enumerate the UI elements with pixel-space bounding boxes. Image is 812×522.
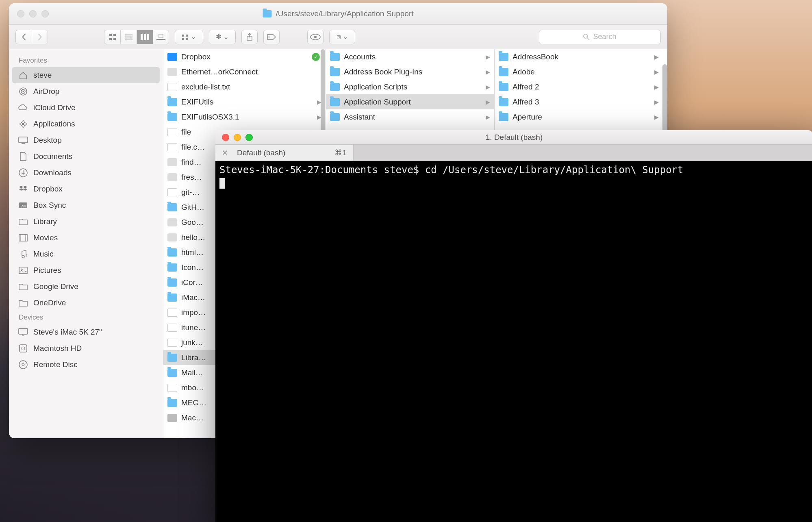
column-item-label: Dropbox xyxy=(181,52,211,61)
column-item[interactable]: Alfred 2▶ xyxy=(495,79,663,94)
column-item[interactable]: Application Support▶ xyxy=(326,94,494,109)
file-icon xyxy=(167,128,177,136)
icon-view-button[interactable] xyxy=(104,30,120,44)
sidebar-item-desktop[interactable]: Desktop xyxy=(12,132,160,148)
svg-rect-1 xyxy=(113,34,116,36)
search-field[interactable]: Search xyxy=(539,30,661,44)
svg-rect-10 xyxy=(159,34,163,38)
column-view-button[interactable] xyxy=(137,30,153,44)
column-item[interactable]: Dropbox✓ xyxy=(163,49,326,64)
sidebar-item-macintosh-hd[interactable]: Macintosh HD xyxy=(12,340,160,357)
column-item-label: Icon… xyxy=(181,263,204,272)
dropbox-toolbar-button[interactable]: ⧈⌄ xyxy=(329,30,355,44)
svg-rect-0 xyxy=(109,34,112,36)
sidebar-item-downloads[interactable]: Downloads xyxy=(12,165,160,181)
sidebar-item-google-drive[interactable]: Google Drive xyxy=(12,278,160,295)
imac-icon xyxy=(18,328,28,337)
column-item-label: file.c… xyxy=(181,143,205,152)
sidebar-item-label: OneDrive xyxy=(33,298,66,307)
column-item[interactable]: EXIFUtils▶ xyxy=(163,94,326,109)
sidebar-item-pictures[interactable]: Pictures xyxy=(12,262,160,278)
sidebar-item-box-sync[interactable]: boxBox Sync xyxy=(12,197,160,213)
documents-icon xyxy=(18,152,28,161)
app-icon xyxy=(167,158,177,166)
sidebar-item-icloud-drive[interactable]: iCloud Drive xyxy=(12,100,160,116)
minimize-traffic-light[interactable] xyxy=(29,10,37,17)
column-item-label: exclude-list.txt xyxy=(181,83,230,91)
sidebar-item-remote-disc[interactable]: Remote Disc xyxy=(12,357,160,373)
sidebar-item-airdrop[interactable]: AirDrop xyxy=(12,83,160,100)
close-traffic-light[interactable] xyxy=(222,134,229,141)
coverflow-view-button[interactable] xyxy=(153,30,169,44)
sidebar-item-music[interactable]: Music xyxy=(12,246,160,262)
column-item[interactable]: exclude-list.txt xyxy=(163,79,326,94)
column-item-label: Goo… xyxy=(181,218,204,227)
svg-rect-25 xyxy=(19,137,28,143)
terminal-command: cd /Users/steve/Library/Application\ Sup… xyxy=(425,164,684,176)
quicklook-button[interactable] xyxy=(307,30,323,44)
share-button[interactable] xyxy=(241,30,258,44)
list-view-button[interactable] xyxy=(120,30,137,44)
folder-icon xyxy=(18,298,28,307)
search-icon xyxy=(583,34,590,40)
column-item[interactable]: Application Scripts▶ xyxy=(326,79,494,94)
gear-icon: ✽ xyxy=(216,33,221,41)
svg-point-20 xyxy=(584,34,588,38)
sidebar-item-label: Dropbox xyxy=(33,185,63,194)
column-item[interactable]: EXIFutilsOSX3.1▶ xyxy=(163,109,326,124)
column-item[interactable]: AddressBook▶ xyxy=(495,49,663,64)
downloads-icon xyxy=(18,168,28,177)
sidebar-item-documents[interactable]: Documents xyxy=(12,148,160,165)
zoom-traffic-light[interactable] xyxy=(41,10,49,17)
apps-icon xyxy=(18,120,28,128)
sidebar-item-label: steve xyxy=(33,71,52,80)
column-item[interactable]: Aperture▶ xyxy=(495,109,663,124)
terminal-titlebar[interactable]: 1. Default (bash) xyxy=(215,130,812,145)
terminal-content[interactable]: Steves-iMac-5K-27:Documents steve$ cd /U… xyxy=(215,161,812,522)
app-icon xyxy=(167,233,177,241)
finder-titlebar[interactable]: /Users/steve/Library/Application Support xyxy=(9,3,667,25)
minimize-traffic-light[interactable] xyxy=(234,134,241,141)
column-item[interactable]: Assistant▶ xyxy=(326,109,494,124)
sidebar-item-steve[interactable]: steve xyxy=(12,67,160,83)
svg-point-19 xyxy=(314,36,317,38)
sidebar-item-applications[interactable]: Applications xyxy=(12,116,160,132)
disclosure-arrow-icon: ▶ xyxy=(654,54,659,60)
column-item[interactable]: Alfred 3▶ xyxy=(495,94,663,109)
column-item-label: itune… xyxy=(181,323,206,332)
sidebar-item-label: Pictures xyxy=(33,266,61,275)
svg-rect-13 xyxy=(186,35,188,37)
terminal-tab[interactable]: ✕ Default (bash) ⌘1 xyxy=(215,145,354,161)
zoom-traffic-light[interactable] xyxy=(245,134,253,141)
column-item[interactable]: Adobe▶ xyxy=(495,64,663,79)
arrange-button[interactable]: ⌄ xyxy=(175,30,203,44)
tags-button[interactable] xyxy=(263,30,280,44)
folder-icon xyxy=(167,98,177,106)
sidebar-item-library[interactable]: Library xyxy=(12,213,160,230)
cloud-icon xyxy=(18,103,28,112)
column-item[interactable]: Accounts▶ xyxy=(326,49,494,64)
disclosure-arrow-icon: ▶ xyxy=(317,114,321,120)
sidebar-item-movies[interactable]: Movies xyxy=(12,230,160,246)
sidebar-item-onedrive[interactable]: OneDrive xyxy=(12,295,160,311)
back-button[interactable] xyxy=(15,30,32,44)
file-icon xyxy=(167,324,177,332)
action-button[interactable]: ✽⌄ xyxy=(209,30,236,44)
sidebar-item-dropbox[interactable]: Dropbox xyxy=(12,181,160,197)
dropbox-icon xyxy=(167,53,177,61)
forward-button[interactable] xyxy=(32,30,48,44)
finder-toolbar: ⌄ ✽⌄ ⧈⌄ Search xyxy=(9,25,667,49)
sidebar-item-steve-s-imac-5k-27-[interactable]: Steve's iMac 5K 27" xyxy=(12,324,160,340)
svg-point-37 xyxy=(22,347,25,350)
close-tab-icon[interactable]: ✕ xyxy=(222,148,228,157)
column-item[interactable]: Ethernet…orkConnect xyxy=(163,64,326,79)
folder-icon xyxy=(167,113,177,121)
disclosure-arrow-icon: ▶ xyxy=(654,69,659,75)
file-icon xyxy=(167,188,177,196)
disclosure-arrow-icon: ▶ xyxy=(654,99,659,105)
column-item[interactable]: Address Book Plug-Ins▶ xyxy=(326,64,494,79)
column-item-label: hello… xyxy=(181,233,205,242)
folder-icon xyxy=(18,217,28,226)
svg-point-17 xyxy=(269,36,270,37)
close-traffic-light[interactable] xyxy=(17,10,24,17)
